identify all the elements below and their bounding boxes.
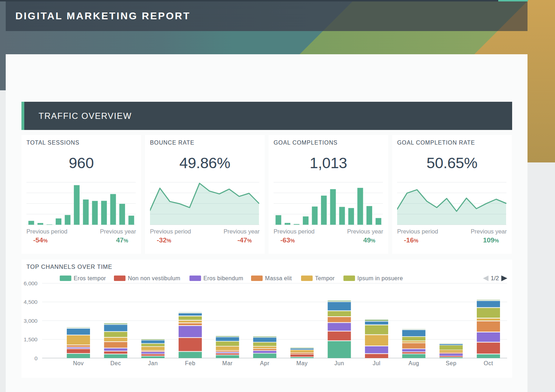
svg-text:Eros tempor: Eros tempor [74,275,106,281]
svg-text:Ipsum in posuere: Ipsum in posuere [358,275,403,281]
svg-text:Oct: Oct [484,360,493,366]
svg-text:Aug: Aug [409,360,419,366]
svg-text:Feb: Feb [185,360,195,366]
svg-text:Sep: Sep [446,360,456,366]
svg-text:Non non vestibulum: Non non vestibulum [128,275,180,281]
svg-text:Mar: Mar [222,360,232,366]
svg-text:Eros bibendum: Eros bibendum [204,275,244,281]
svg-text:Jun: Jun [334,360,344,366]
svg-text:Massa elit: Massa elit [265,275,292,281]
svg-text:1,500: 1,500 [24,336,38,342]
svg-text:1/2: 1/2 [491,275,499,281]
svg-text:Nov: Nov [73,360,84,366]
svg-text:Dec: Dec [110,360,121,366]
svg-text:4,500: 4,500 [24,299,38,305]
svg-text:0: 0 [34,355,38,361]
svg-text:Apr: Apr [260,360,270,366]
svg-text:Tempor: Tempor [315,275,335,281]
svg-text:May: May [296,360,308,366]
svg-text:3,000: 3,000 [24,318,38,324]
svg-text:Jul: Jul [372,360,380,366]
svg-text:Jan: Jan [148,360,158,366]
svg-text:6,000: 6,000 [24,280,38,286]
